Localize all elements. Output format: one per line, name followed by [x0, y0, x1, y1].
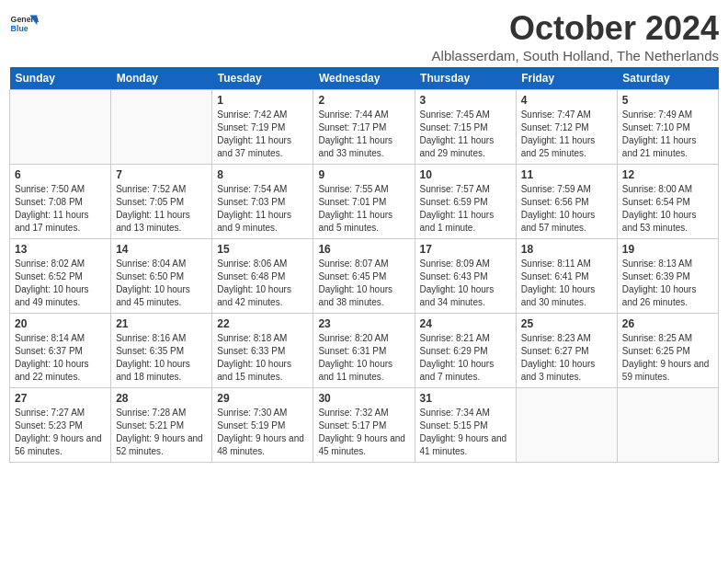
calendar-cell: 27Sunrise: 7:27 AM Sunset: 5:23 PM Dayli… [10, 388, 111, 463]
calendar-cell: 20Sunrise: 8:14 AM Sunset: 6:37 PM Dayli… [10, 314, 111, 388]
calendar-cell: 6Sunrise: 7:50 AM Sunset: 7:08 PM Daylig… [10, 165, 111, 239]
day-info: Sunrise: 8:20 AM Sunset: 6:31 PM Dayligh… [318, 332, 409, 384]
calendar-cell: 1Sunrise: 7:42 AM Sunset: 7:19 PM Daylig… [212, 90, 313, 165]
day-info: Sunrise: 8:21 AM Sunset: 6:29 PM Dayligh… [420, 332, 511, 384]
calendar-week-row: 13Sunrise: 8:02 AM Sunset: 6:52 PM Dayli… [10, 239, 719, 314]
day-info: Sunrise: 8:23 AM Sunset: 6:27 PM Dayligh… [521, 332, 612, 384]
calendar-cell [10, 90, 111, 165]
day-number: 23 [318, 317, 409, 330]
calendar-cell: 4Sunrise: 7:47 AM Sunset: 7:12 PM Daylig… [516, 90, 617, 165]
weekday-header: Monday [111, 67, 212, 90]
day-number: 31 [420, 392, 511, 405]
calendar-cell: 14Sunrise: 8:04 AM Sunset: 6:50 PM Dayli… [111, 239, 212, 314]
calendar-cell: 30Sunrise: 7:32 AM Sunset: 5:17 PM Dayli… [313, 388, 415, 463]
day-number: 8 [217, 168, 308, 181]
day-info: Sunrise: 8:06 AM Sunset: 6:48 PM Dayligh… [217, 258, 308, 309]
day-info: Sunrise: 7:49 AM Sunset: 7:10 PM Dayligh… [622, 109, 713, 160]
calendar-cell: 5Sunrise: 7:49 AM Sunset: 7:10 PM Daylig… [617, 90, 718, 165]
day-number: 9 [318, 168, 409, 181]
calendar-cell: 21Sunrise: 8:16 AM Sunset: 6:35 PM Dayli… [111, 314, 212, 388]
day-info: Sunrise: 7:54 AM Sunset: 7:03 PM Dayligh… [217, 183, 308, 235]
calendar-cell: 3Sunrise: 7:45 AM Sunset: 7:15 PM Daylig… [415, 90, 516, 165]
calendar-cell [617, 388, 718, 463]
day-number: 20 [15, 317, 106, 330]
day-info: Sunrise: 7:27 AM Sunset: 5:23 PM Dayligh… [15, 407, 106, 458]
day-info: Sunrise: 8:00 AM Sunset: 6:54 PM Dayligh… [622, 183, 713, 235]
day-number: 1 [217, 94, 308, 107]
day-number: 21 [116, 317, 207, 330]
calendar-cell: 31Sunrise: 7:34 AM Sunset: 5:15 PM Dayli… [415, 388, 516, 463]
calendar-week-row: 20Sunrise: 8:14 AM Sunset: 6:37 PM Dayli… [10, 314, 719, 388]
calendar-cell: 16Sunrise: 8:07 AM Sunset: 6:45 PM Dayli… [313, 239, 415, 314]
calendar-cell: 2Sunrise: 7:44 AM Sunset: 7:17 PM Daylig… [313, 90, 415, 165]
day-info: Sunrise: 7:45 AM Sunset: 7:15 PM Dayligh… [420, 109, 511, 160]
day-info: Sunrise: 8:14 AM Sunset: 6:37 PM Dayligh… [15, 332, 106, 384]
calendar-cell: 13Sunrise: 8:02 AM Sunset: 6:52 PM Dayli… [10, 239, 111, 314]
day-number: 14 [116, 243, 207, 256]
day-info: Sunrise: 8:11 AM Sunset: 6:41 PM Dayligh… [521, 258, 612, 309]
day-info: Sunrise: 7:47 AM Sunset: 7:12 PM Dayligh… [521, 109, 612, 160]
day-number: 17 [420, 243, 511, 256]
logo: General Blue [9, 9, 39, 39]
day-info: Sunrise: 8:25 AM Sunset: 6:25 PM Dayligh… [622, 332, 713, 384]
day-info: Sunrise: 7:42 AM Sunset: 7:19 PM Dayligh… [217, 109, 308, 160]
calendar-cell [516, 388, 617, 463]
day-info: Sunrise: 7:28 AM Sunset: 5:21 PM Dayligh… [116, 407, 207, 458]
calendar-cell: 25Sunrise: 8:23 AM Sunset: 6:27 PM Dayli… [516, 314, 617, 388]
day-number: 30 [318, 392, 409, 405]
calendar-cell: 12Sunrise: 8:00 AM Sunset: 6:54 PM Dayli… [617, 165, 718, 239]
day-number: 22 [217, 317, 308, 330]
day-info: Sunrise: 7:30 AM Sunset: 5:19 PM Dayligh… [217, 407, 308, 458]
weekday-header: Friday [516, 67, 617, 90]
calendar-cell: 26Sunrise: 8:25 AM Sunset: 6:25 PM Dayli… [617, 314, 718, 388]
day-number: 13 [15, 243, 106, 256]
day-number: 12 [622, 168, 713, 181]
day-number: 24 [420, 317, 511, 330]
calendar-table: SundayMondayTuesdayWednesdayThursdayFrid… [9, 67, 719, 463]
calendar-cell: 17Sunrise: 8:09 AM Sunset: 6:43 PM Dayli… [415, 239, 516, 314]
weekday-header: Saturday [617, 67, 718, 90]
calendar-week-row: 27Sunrise: 7:27 AM Sunset: 5:23 PM Dayli… [10, 388, 719, 463]
weekday-header: Wednesday [313, 67, 415, 90]
weekday-header-row: SundayMondayTuesdayWednesdayThursdayFrid… [10, 67, 719, 90]
calendar-cell: 28Sunrise: 7:28 AM Sunset: 5:21 PM Dayli… [111, 388, 212, 463]
day-number: 7 [116, 168, 207, 181]
day-info: Sunrise: 8:04 AM Sunset: 6:50 PM Dayligh… [116, 258, 207, 309]
day-info: Sunrise: 7:50 AM Sunset: 7:08 PM Dayligh… [15, 183, 106, 235]
day-number: 10 [420, 168, 511, 181]
calendar-cell: 11Sunrise: 7:59 AM Sunset: 6:56 PM Dayli… [516, 165, 617, 239]
day-info: Sunrise: 7:34 AM Sunset: 5:15 PM Dayligh… [420, 407, 511, 458]
day-info: Sunrise: 8:02 AM Sunset: 6:52 PM Dayligh… [15, 258, 106, 309]
day-info: Sunrise: 8:09 AM Sunset: 6:43 PM Dayligh… [420, 258, 511, 309]
day-info: Sunrise: 7:52 AM Sunset: 7:05 PM Dayligh… [116, 183, 207, 235]
day-number: 3 [420, 94, 511, 107]
calendar-week-row: 6Sunrise: 7:50 AM Sunset: 7:08 PM Daylig… [10, 165, 719, 239]
calendar-cell: 22Sunrise: 8:18 AM Sunset: 6:33 PM Dayli… [212, 314, 313, 388]
calendar-cell: 29Sunrise: 7:30 AM Sunset: 5:19 PM Dayli… [212, 388, 313, 463]
day-info: Sunrise: 8:13 AM Sunset: 6:39 PM Dayligh… [622, 258, 713, 309]
calendar-cell: 10Sunrise: 7:57 AM Sunset: 6:59 PM Dayli… [415, 165, 516, 239]
calendar-week-row: 1Sunrise: 7:42 AM Sunset: 7:19 PM Daylig… [10, 90, 719, 165]
calendar-cell: 15Sunrise: 8:06 AM Sunset: 6:48 PM Dayli… [212, 239, 313, 314]
calendar-cell: 23Sunrise: 8:20 AM Sunset: 6:31 PM Dayli… [313, 314, 415, 388]
day-info: Sunrise: 7:59 AM Sunset: 6:56 PM Dayligh… [521, 183, 612, 235]
day-info: Sunrise: 8:16 AM Sunset: 6:35 PM Dayligh… [116, 332, 207, 384]
day-number: 11 [521, 168, 612, 181]
title-section: October 2024 Alblasserdam, South Holland… [432, 9, 719, 63]
calendar-cell: 8Sunrise: 7:54 AM Sunset: 7:03 PM Daylig… [212, 165, 313, 239]
day-info: Sunrise: 7:44 AM Sunset: 7:17 PM Dayligh… [318, 109, 409, 160]
location: Alblasserdam, South Holland, The Netherl… [432, 48, 719, 63]
day-number: 29 [217, 392, 308, 405]
calendar-cell: 24Sunrise: 8:21 AM Sunset: 6:29 PM Dayli… [415, 314, 516, 388]
calendar-cell: 18Sunrise: 8:11 AM Sunset: 6:41 PM Dayli… [516, 239, 617, 314]
day-info: Sunrise: 8:18 AM Sunset: 6:33 PM Dayligh… [217, 332, 308, 384]
day-number: 5 [622, 94, 713, 107]
day-number: 19 [622, 243, 713, 256]
day-info: Sunrise: 7:32 AM Sunset: 5:17 PM Dayligh… [318, 407, 409, 458]
logo-icon: General Blue [9, 9, 39, 39]
day-number: 28 [116, 392, 207, 405]
day-number: 6 [15, 168, 106, 181]
month-title: October 2024 [432, 9, 719, 48]
day-info: Sunrise: 7:55 AM Sunset: 7:01 PM Dayligh… [318, 183, 409, 235]
weekday-header: Sunday [10, 67, 111, 90]
